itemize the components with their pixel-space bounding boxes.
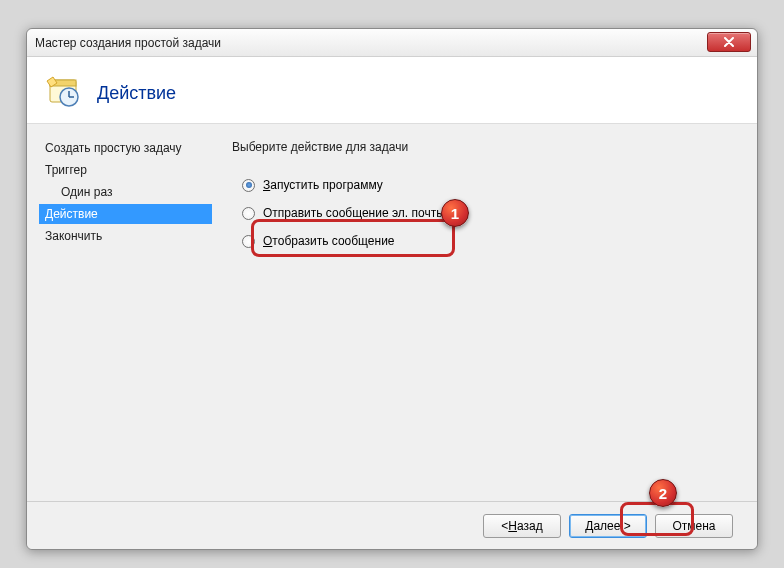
radio-icon <box>242 179 255 192</box>
wizard-footer: < Назад Далее > Отмена <box>27 501 757 549</box>
sidebar-item-create-task[interactable]: Создать простую задачу <box>39 138 212 158</box>
close-icon <box>724 37 734 47</box>
wizard-content: Выберите действие для задачи Запустить п… <box>212 124 757 498</box>
window-title: Мастер создания простой задачи <box>35 36 221 50</box>
radio-display-message[interactable]: Отобразить сообщение <box>236 230 737 252</box>
back-button[interactable]: < Назад <box>483 514 561 538</box>
close-button[interactable] <box>707 32 751 52</box>
radio-icon <box>242 207 255 220</box>
instruction-text: Выберите действие для задачи <box>232 140 737 154</box>
wizard-window: Мастер создания простой задачи Действие … <box>26 28 758 550</box>
radio-label: Отправить сообщение эл. почты <box>263 206 445 220</box>
wizard-body: Создать простую задачу Триггер Один раз … <box>27 124 757 498</box>
wizard-sidebar: Создать простую задачу Триггер Один раз … <box>27 124 212 498</box>
sidebar-item-once[interactable]: Один раз <box>39 182 212 202</box>
annotation-marker-1: 1 <box>441 199 469 227</box>
sidebar-item-trigger[interactable]: Триггер <box>39 160 212 180</box>
radio-label: Запустить программу <box>263 178 383 192</box>
annotation-marker-2: 2 <box>649 479 677 507</box>
radio-icon <box>242 235 255 248</box>
page-title: Действие <box>97 83 176 104</box>
sidebar-item-finish[interactable]: Закончить <box>39 226 212 246</box>
cancel-button[interactable]: Отмена <box>655 514 733 538</box>
next-button[interactable]: Далее > <box>569 514 647 538</box>
radio-start-program[interactable]: Запустить программу <box>236 174 737 196</box>
titlebar: Мастер создания простой задачи <box>27 29 757 57</box>
wizard-header: Действие <box>27 57 757 124</box>
action-radio-group: Запустить программу Отправить сообщение … <box>236 174 737 252</box>
radio-send-email[interactable]: Отправить сообщение эл. почты <box>236 202 737 224</box>
task-scheduler-icon <box>45 75 81 111</box>
radio-label: Отобразить сообщение <box>263 234 395 248</box>
sidebar-item-action[interactable]: Действие <box>39 204 212 224</box>
